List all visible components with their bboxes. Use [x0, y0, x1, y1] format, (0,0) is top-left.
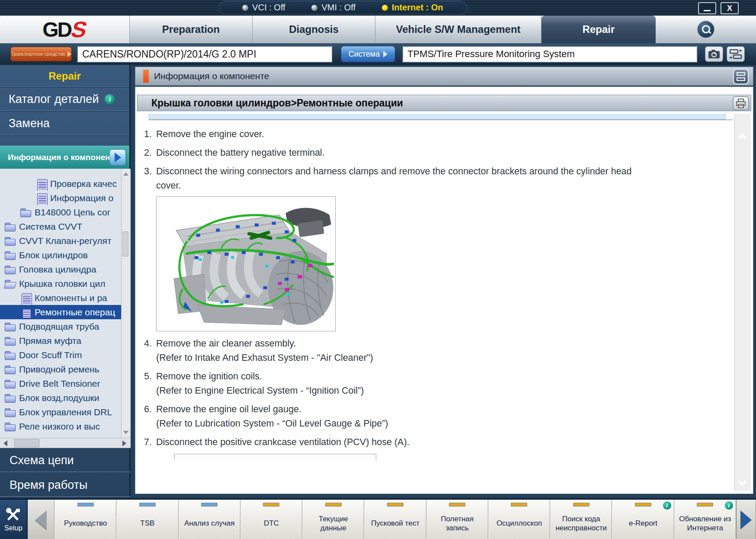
tree-hscroll-thumb[interactable]	[14, 439, 39, 447]
screenshot-camera-button[interactable]	[705, 46, 723, 62]
scroll-up-icon[interactable]	[123, 172, 128, 176]
tree-item-label: Крышка головки цил	[19, 279, 106, 289]
sidebar-item-component-info[interactable]: Информация о компоненте	[0, 146, 129, 169]
minimize-icon	[704, 10, 711, 11]
toolbar-button[interactable]: i DTC	[240, 500, 302, 539]
tree-item[interactable]: CVVT Клапан-регулят	[0, 234, 122, 248]
indicator-bar	[697, 503, 713, 507]
toolbar-button[interactable]: i Пусковой тест	[364, 500, 426, 539]
arrow-right-icon	[383, 51, 388, 58]
tree-item[interactable]: Ремонтные операц	[0, 305, 122, 319]
folder-icon	[4, 265, 16, 274]
tree-item[interactable]: Блок цилиндров	[0, 248, 122, 262]
gds-logo[interactable]: GD S	[0, 16, 130, 43]
tree-item-label: Блок управления DRL	[19, 407, 112, 417]
toolbar-scroll-right-button[interactable]	[736, 500, 756, 539]
tree-item[interactable]: Информация о	[0, 191, 122, 205]
header-tab[interactable]: Repair	[541, 16, 656, 43]
toolbar-button[interactable]: i Обновление из Интернета	[674, 500, 736, 539]
procedure-step: 3. Disconnect the wiring connectors and …	[144, 164, 733, 331]
tree-vertical-scrollbar[interactable]	[121, 169, 129, 438]
window-titlebar: VCI : Off VMI : Off Internet : On X	[0, 0, 756, 16]
toolbar-button-label: Пусковой тест	[371, 519, 420, 528]
sidebar-item-labor-time[interactable]: Время работы	[0, 473, 131, 497]
tree-item[interactable]: Приводной ремень	[0, 362, 122, 376]
tree-item[interactable]: Компоненты и ра	[0, 291, 122, 305]
toolbar-button[interactable]: i TSB	[116, 500, 178, 539]
layout-swap-button[interactable]	[727, 46, 745, 62]
indicator-bar	[263, 503, 279, 507]
scroll-left-icon[interactable]	[3, 440, 7, 446]
header-tab[interactable]: Vehicle S/W Management	[375, 16, 541, 43]
toolbar-button[interactable]: i Поиск кода неисправности	[550, 500, 612, 539]
scroll-down-icon[interactable]	[123, 431, 128, 434]
tree-item[interactable]: Система CVVT	[0, 219, 122, 234]
tree-item[interactable]: Drive Belt Tensioner	[0, 376, 122, 391]
sidebar-item-replacement[interactable]: Замена	[0, 112, 129, 136]
tab-label: Preparation	[162, 23, 220, 35]
scroll-down-icon[interactable]	[738, 478, 746, 486]
expand-arrow-button[interactable]	[109, 149, 126, 166]
document-vertical-scrollbar[interactable]	[734, 114, 751, 491]
step-text: Remove the engine oil level gauge.	[156, 402, 301, 417]
system-value-field[interactable]: TPMS/Tire Pressure Monitoring System	[402, 46, 697, 62]
folder-icon	[4, 350, 16, 360]
procedure-steps: 1. Remove the engine cover. 2. Disconnec…	[138, 127, 733, 460]
next-figure-partial	[174, 454, 376, 460]
sidebar-item-circuit-diagram[interactable]: Схема цепи	[0, 448, 131, 473]
procedure-step: 4. Remove the air cleaner assembly. (Ref…	[144, 337, 733, 365]
tree-scroll-thumb[interactable]	[122, 231, 128, 257]
tree-item[interactable]: Крышка головки цил	[0, 276, 122, 291]
indicator-bar	[77, 503, 94, 507]
step-number: 1.	[144, 127, 156, 141]
toolbar-button-strip: i Руководство i TSB i Анализ случая i DT…	[54, 500, 736, 539]
tree-item[interactable]: Проверка качес	[0, 176, 122, 191]
vmi-status-dot	[311, 5, 317, 11]
tree-item[interactable]: Головка цилиндра	[0, 262, 122, 276]
scroll-right-icon[interactable]	[122, 440, 126, 446]
main-region: Repair Каталог деталей i Замена Информац…	[0, 65, 756, 498]
toolbar-button[interactable]: i e-Report	[612, 500, 674, 539]
document-scroll-area[interactable]: 1. Remove the engine cover. 2. Disconnec…	[138, 114, 733, 491]
search-icon[interactable]	[697, 20, 715, 38]
sidebar-active-label: Информация о компоненте	[8, 153, 119, 162]
tree-item[interactable]: Door Scuff Trim	[0, 348, 122, 362]
minimize-button[interactable]	[698, 2, 716, 14]
vci-status-dot	[242, 5, 248, 11]
header-tab[interactable]: Diagnosis	[253, 16, 375, 43]
toolbar-button[interactable]: i Руководство	[54, 500, 116, 539]
tree-item[interactable]: Прямая муфта	[0, 334, 122, 348]
procedure-step: 2. Disconnect the battery negative termi…	[144, 146, 733, 160]
print-button[interactable]	[733, 96, 749, 110]
tree-item[interactable]: Блок управления DRL	[0, 405, 122, 419]
toolbar-button-label: Поиск кода неисправности	[553, 514, 609, 533]
vehicle-value-field[interactable]: CARENS/RONDO(RP)/2014/G 2.0 MPI	[77, 46, 332, 62]
tree-item[interactable]: Подводящая труба	[0, 319, 122, 334]
toolbar-button[interactable]: i Полетная запись	[426, 500, 488, 539]
engine-harness-illustration	[157, 197, 335, 331]
component-tree: Проверка качес Информация о B148000 Цепь…	[0, 169, 131, 438]
toolbar-button[interactable]: i Анализ случая	[179, 500, 240, 539]
tree-item[interactable]: Реле низкого и выс	[0, 419, 122, 433]
tree-item[interactable]: Блок возд,подушки	[0, 391, 122, 405]
step-line: 2. Disconnect the battery negative termi…	[144, 146, 733, 160]
toolbar-button[interactable]: i Осциллоскоп	[488, 500, 550, 539]
procedure-step: 6. Remove the engine oil level gauge. (R…	[144, 402, 733, 431]
sidebar-item-parts-catalog[interactable]: Каталог деталей i	[0, 87, 129, 112]
close-button[interactable]: X	[721, 2, 739, 14]
folder-icon	[4, 222, 16, 231]
step-text: Remove the ignition coils.	[156, 369, 262, 384]
system-select-button[interactable]: Система	[341, 46, 395, 62]
scroll-up-icon[interactable]	[738, 133, 746, 142]
scrolled-table-rule	[149, 119, 733, 120]
split-view-button[interactable]	[733, 69, 749, 84]
tree-item[interactable]: B148000 Цепь сог	[0, 205, 122, 219]
search-zone	[656, 16, 756, 43]
setup-button[interactable]: Setup	[0, 500, 28, 539]
vehicle-select-button[interactable]: Транспортное средство	[10, 47, 72, 61]
toolbar-scroll-left-button[interactable]	[28, 500, 54, 539]
toolbar-button[interactable]: i Текущие данные	[302, 500, 364, 539]
header-tab[interactable]: Preparation	[130, 16, 253, 43]
doc-icon	[20, 293, 31, 303]
tree-horizontal-scrollbar[interactable]	[0, 438, 131, 448]
